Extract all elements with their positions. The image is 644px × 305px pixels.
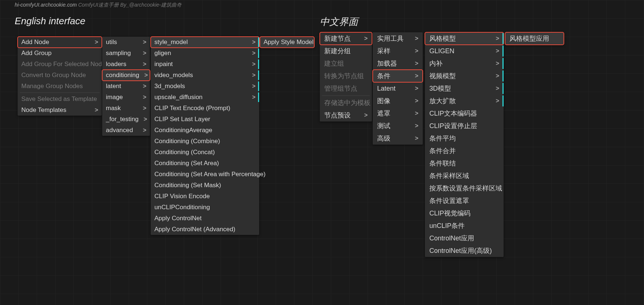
- en-menu-item-conditioning-set-area-with-percentage[interactable]: Conditioning (Set Area with Percentage): [151, 169, 259, 180]
- zh-menu-item-新建节点[interactable]: 新建节点>: [320, 32, 372, 45]
- chevron-right-icon: >: [144, 71, 148, 79]
- en-menu-item-3d-models[interactable]: 3d_models>: [151, 81, 259, 92]
- en-menu-item-inpaint[interactable]: inpaint>: [151, 59, 259, 70]
- menu-item-label: inpaint: [154, 60, 173, 68]
- menu-item-label: 视频模型: [429, 72, 456, 80]
- zh-menu-item-放大扩散[interactable]: 放大扩散>: [425, 95, 504, 107]
- en-menu-item-image[interactable]: image>: [102, 92, 150, 103]
- chevron-right-icon: >: [415, 109, 418, 117]
- en-menu-item-apply-controlnet-advanced[interactable]: Apply ControlNet (Advanced): [151, 224, 259, 235]
- header-desc: ComfyUI速查手册 By_@archcookie-建筑曲奇: [78, 2, 182, 8]
- chevron-right-icon: >: [364, 35, 368, 43]
- en-menu-item-unclipconditioning[interactable]: unCLIPConditioning: [151, 202, 259, 213]
- zh-menu-item-条件[interactable]: 条件>: [373, 70, 423, 82]
- zh-menu-item-内补[interactable]: 内补>: [425, 57, 504, 70]
- zh-menu-item-遮罩[interactable]: 遮罩>: [373, 107, 423, 120]
- en-menu-item-conditioning-combine[interactable]: Conditioning (Combine): [151, 136, 259, 147]
- en-menu-item-advanced[interactable]: advanced>: [102, 125, 150, 136]
- zh-menu-item-条件联结[interactable]: 条件联结: [425, 157, 504, 170]
- menu-divider: [20, 92, 100, 93]
- zh-menu-item-节点预设[interactable]: 节点预设>: [320, 109, 372, 121]
- en-menu-item-conditioning-set-mask[interactable]: Conditioning (Set Mask): [151, 180, 259, 191]
- en-menu-item-conditioning-set-area[interactable]: Conditioning (Set Area): [151, 158, 259, 169]
- menu-item-label: 管理组节点: [324, 84, 357, 92]
- zh-menu-item-新建分组[interactable]: 新建分组: [320, 45, 372, 57]
- zh-menu-item-gligen[interactable]: GLIGEN>: [425, 45, 504, 57]
- en-menu-item-manage-group-nodes: Manage Group Nodes: [18, 81, 102, 92]
- en-menu-item-for-testing[interactable]: _for_testing>: [102, 114, 150, 125]
- en-menu-item-apply-style-model[interactable]: Apply Style Model: [260, 37, 314, 48]
- chevron-right-icon: >: [143, 38, 146, 46]
- en-menu-item-upscale-diffusion[interactable]: upscale_diffusion>: [151, 92, 259, 103]
- zh-menu-item-实用工具[interactable]: 实用工具>: [373, 32, 423, 45]
- zh-menu-item-风格模型应用[interactable]: 风格模型应用: [505, 32, 564, 45]
- zh-menu-item-风格模型[interactable]: 风格模型>: [425, 32, 504, 45]
- header-bar: hi-comfyUI.archcookie.com ComfyUI速查手册 By…: [15, 2, 182, 8]
- menu-item-label: Apply Style Model: [264, 38, 314, 46]
- zh-menu-item-条件平均[interactable]: 条件平均: [425, 132, 504, 145]
- menu-item-label: GLIGEN: [429, 47, 454, 55]
- zh-menu-level-3: 风格模型>GLIGEN>内补>视频模型>3D模型>放大扩散>CLIP文本编码器C…: [425, 32, 504, 257]
- zh-menu-item-clip视觉编码[interactable]: CLIP视觉编码: [425, 207, 504, 219]
- zh-menu-item-unclip条件[interactable]: unCLIP条件: [425, 219, 504, 232]
- chevron-right-icon: >: [143, 49, 146, 57]
- chevron-right-icon: >: [496, 97, 499, 105]
- menu-item-label: 存储选中为模板: [324, 99, 371, 107]
- menu-item-label: Convert to Group Node: [21, 71, 86, 79]
- chevron-right-icon: >: [496, 72, 499, 80]
- zh-menu-item-clip文本编码器[interactable]: CLIP文本编码器: [425, 107, 504, 120]
- menu-item-label: gligen: [154, 49, 171, 57]
- menu-item-label: 遮罩: [377, 109, 390, 117]
- zh-menu-item-条件采样区域[interactable]: 条件采样区域: [425, 170, 504, 182]
- zh-menu-item-图像[interactable]: 图像>: [373, 95, 423, 107]
- menu-item-label: 转换为节点组: [324, 72, 364, 80]
- en-menu-item-video-models[interactable]: video_models>: [151, 70, 259, 81]
- en-menu-level-3: style_model>gligen>inpaint>video_models>…: [151, 37, 259, 235]
- zh-menu-item-latent[interactable]: Latent>: [373, 82, 423, 95]
- zh-menu-item-视频模型[interactable]: 视频模型>: [425, 70, 504, 82]
- en-menu-item-node-templates[interactable]: Node Templates>: [18, 105, 102, 116]
- en-menu-item-add-node[interactable]: Add Node>: [18, 37, 102, 48]
- chevron-right-icon: >: [252, 71, 255, 79]
- zh-menu-item-加载器[interactable]: 加载器>: [373, 57, 423, 70]
- menu-item-label: utils: [106, 38, 117, 46]
- menu-item-label: Conditioning (Concat): [154, 148, 215, 156]
- menu-item-label: 3d_models: [154, 82, 185, 90]
- zh-menu-item-controlnet应用-高级[interactable]: ControlNet应用(高级): [425, 244, 504, 257]
- en-menu-item-conditioning[interactable]: conditioning>: [102, 70, 150, 81]
- zh-menu-item-按系数设置条件采样区域[interactable]: 按系数设置条件采样区域: [425, 182, 504, 195]
- en-menu-item-sampling[interactable]: sampling>: [102, 48, 150, 59]
- zh-menu-item-采样[interactable]: 采样>: [373, 45, 423, 57]
- zh-menu-item-controlnet应用[interactable]: ControlNet应用: [425, 232, 504, 244]
- en-menu-item-add-group[interactable]: Add Group: [18, 48, 102, 59]
- menu-item-label: 图像: [377, 97, 390, 105]
- en-menu-item-mask[interactable]: mask>: [102, 103, 150, 114]
- chevron-right-icon: >: [415, 72, 418, 80]
- en-menu-item-conditioning-concat[interactable]: Conditioning (Concat): [151, 147, 259, 158]
- zh-menu-item-clip设置停止层[interactable]: CLIP设置停止层: [425, 120, 504, 132]
- en-menu-item-utils[interactable]: utils>: [102, 37, 150, 48]
- menu-item-label: loaders: [106, 60, 126, 68]
- zh-menu-item-测试[interactable]: 测试>: [373, 120, 423, 132]
- en-menu-item-loaders[interactable]: loaders>: [102, 59, 150, 70]
- en-menu-item-clip-set-last-layer[interactable]: CLIP Set Last Layer: [151, 114, 259, 125]
- zh-menu-item-高级[interactable]: 高级>: [373, 132, 423, 145]
- menu-item-label: Latent: [377, 84, 396, 92]
- chevron-right-icon: >: [415, 134, 418, 142]
- en-menu-item-apply-controlnet[interactable]: Apply ControlNet: [151, 213, 259, 224]
- en-menu-item-clip-vision-encode[interactable]: CLIP Vision Encode: [151, 191, 259, 202]
- zh-menu-item-3d模型[interactable]: 3D模型>: [425, 82, 504, 95]
- menu-item-label: CLIP Vision Encode: [154, 192, 210, 200]
- zh-menu-item-条件合并[interactable]: 条件合并: [425, 145, 504, 157]
- en-menu-item-conditioningaverage[interactable]: ConditioningAverage: [151, 125, 259, 136]
- en-menu-item-latent[interactable]: latent>: [102, 81, 150, 92]
- en-menu-item-gligen[interactable]: gligen>: [151, 48, 259, 59]
- menu-item-label: conditioning: [106, 71, 139, 79]
- en-menu-item-clip-text-encode-prompt[interactable]: CLIP Text Encode (Prompt): [151, 103, 259, 114]
- zh-menu-item-条件设置遮罩[interactable]: 条件设置遮罩: [425, 195, 504, 207]
- chevron-right-icon: >: [415, 122, 418, 130]
- en-menu-item-style-model[interactable]: style_model>: [151, 37, 259, 48]
- menu-item-label: ControlNet应用(高级): [429, 247, 492, 255]
- menu-item-label: unCLIP条件: [429, 222, 465, 230]
- chevron-right-icon: >: [95, 106, 98, 114]
